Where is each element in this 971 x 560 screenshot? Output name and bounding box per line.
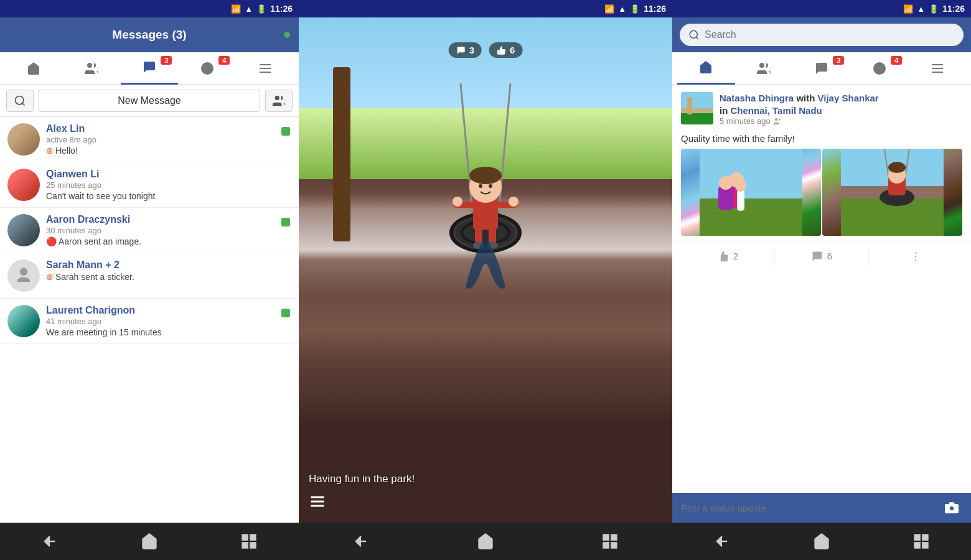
message-preview-aaron: 🔴Aaron sent an image.: [46, 236, 291, 246]
svg-rect-59: [922, 543, 927, 548]
tab-home-3[interactable]: [677, 52, 735, 85]
post-location-prefix: in: [720, 105, 731, 116]
tab-messages-1[interactable]: 3: [121, 52, 179, 85]
svg-rect-26: [611, 535, 616, 540]
battery-icon-3: 🔋: [929, 4, 939, 14]
svg-point-40: [735, 180, 746, 192]
globe-badge-3: 4: [891, 56, 902, 65]
post-location: Chennai, Tamil Nadu: [731, 105, 822, 116]
svg-rect-39: [737, 189, 744, 211]
group-message-button[interactable]: [265, 90, 293, 112]
nav-back-button-3[interactable]: [672, 523, 772, 560]
nav-back-button-2[interactable]: [299, 523, 423, 560]
post-image-2[interactable]: [822, 149, 962, 236]
message-time-alex: active 8m ago: [46, 135, 291, 144]
post-actions: 2 6: [672, 241, 971, 271]
svg-rect-13: [475, 225, 482, 244]
post-avatar-svg: [681, 92, 713, 124]
nav-recents-button-3[interactable]: [871, 523, 971, 560]
swing-svg: [386, 83, 585, 457]
svg-rect-58: [915, 543, 920, 548]
tab-people-1[interactable]: [63, 52, 121, 85]
messages-toolbar: New Message: [0, 85, 299, 117]
battery-icon: 🔋: [256, 4, 266, 14]
photo-main[interactable]: 3 6 Having fun in the park!: [299, 17, 672, 523]
message-preview-sarah: ⊗Sarah sent a sticker.: [46, 272, 291, 282]
post-with-text: with: [796, 93, 817, 103]
status-update-input[interactable]: [681, 503, 935, 513]
comment-count: 3: [469, 45, 474, 55]
time-display-3: 11:26: [942, 4, 965, 14]
search-input[interactable]: [705, 29, 955, 40]
svg-point-29: [690, 30, 697, 38]
message-preview-laurent: We are meeting in 15 minutes: [46, 327, 291, 337]
search-icon: [688, 29, 700, 40]
tab-menu-1[interactable]: [236, 52, 294, 85]
nav-home-button-3[interactable]: [772, 523, 871, 560]
nav-home-button-2[interactable]: [423, 523, 548, 560]
like-action[interactable]: 2: [681, 250, 774, 263]
tab-messages-3[interactable]: 3: [793, 52, 851, 85]
post-images: [672, 149, 971, 241]
status-bar-3: 📶 ▲ 🔋 11:26: [672, 0, 971, 17]
time-display-2: 11:26: [644, 4, 666, 14]
avatar-aaron: [7, 214, 40, 246]
post-avatar: [681, 92, 713, 124]
tab-home-1[interactable]: [5, 52, 63, 85]
signal-icon-3: ▲: [917, 4, 925, 14]
post-image-1[interactable]: [681, 149, 821, 236]
search-button[interactable]: [6, 90, 34, 112]
wifi-icon-3: 📶: [903, 4, 913, 14]
avatar-alex: [7, 123, 40, 156]
online-dot-aaron: [281, 218, 290, 226]
tab-globe-3[interactable]: 4: [850, 52, 908, 85]
nav-recents-button-2[interactable]: [548, 523, 672, 560]
messages-topbar: Messages (3): [0, 17, 299, 52]
message-name-sarah: Sarah Mann + 2: [46, 259, 291, 271]
post-meta: Natasha Dhingra with Vijay Shankar in Ch…: [720, 92, 962, 126]
svg-rect-56: [915, 535, 920, 540]
comment-stat: 3: [449, 42, 482, 58]
messages-nav-tabs: 3 4: [0, 52, 299, 85]
err-icon-aaron: 🔴: [46, 236, 57, 246]
tab-globe-1[interactable]: 4: [178, 52, 236, 85]
nav-back-button-1[interactable]: [0, 523, 100, 560]
message-content-sarah: Sarah Mann + 2 ⊗Sarah sent a sticker.: [46, 259, 291, 282]
svg-point-54: [915, 259, 917, 261]
message-name-laurent: Laurent Charignon: [46, 305, 291, 316]
message-time-laurent: 41 minutes ago: [46, 317, 291, 326]
new-message-button[interactable]: New Message: [39, 90, 260, 112]
svg-rect-57: [922, 535, 927, 540]
online-dot-alex: [281, 127, 290, 136]
message-time-aaron: 30 minutes ago: [46, 226, 291, 235]
camera-button[interactable]: [941, 497, 962, 518]
svg-rect-28: [611, 543, 616, 548]
messages-badge-3: 3: [833, 56, 844, 65]
svg-rect-5: [250, 543, 255, 548]
svg-rect-25: [604, 535, 609, 540]
messages-panel: 📶 ▲ 🔋 11:26 Messages (3) 3 4: [0, 0, 299, 560]
comment-action[interactable]: 6: [775, 250, 868, 263]
svg-rect-2: [243, 535, 248, 540]
signal-icon: ▲: [245, 4, 253, 14]
tab-people-3[interactable]: [735, 52, 793, 85]
warn-icon-sarah: ⊗: [46, 272, 54, 282]
message-item-qianwen[interactable]: Qianwen Li 25 minutes ago Can't wait to …: [0, 162, 299, 208]
message-name-qianwen: Qianwen Li: [46, 169, 291, 180]
search-box[interactable]: [680, 24, 964, 46]
status-bar-2: 📶 ▲ 🔋 11:26: [299, 0, 672, 17]
post-author-name1: Natasha Dhingra: [720, 93, 794, 103]
message-content-laurent: Laurent Charignon 41 minutes ago We are …: [46, 305, 291, 337]
tab-menu-3[interactable]: [908, 52, 966, 85]
nav-recents-button-1[interactable]: [199, 523, 299, 560]
message-item-alex[interactable]: Alex Lin active 8m ago ⊗Hello!: [0, 117, 299, 162]
svg-point-53: [915, 255, 917, 257]
message-item-laurent[interactable]: Laurent Charignon 41 minutes ago We are …: [0, 299, 299, 344]
message-item-sarah[interactable]: Sarah Mann + 2 ⊗Sarah sent a sticker.: [0, 253, 299, 299]
more-action[interactable]: [869, 250, 962, 263]
post-author-name2: Vijay Shankar: [818, 93, 879, 103]
message-item-aaron[interactable]: Aaron Draczynski 30 minutes ago 🔴Aaron s…: [0, 208, 299, 253]
nav-home-button-1[interactable]: [100, 523, 199, 560]
hamburger-button[interactable]: [309, 493, 326, 513]
svg-point-42: [719, 176, 733, 190]
